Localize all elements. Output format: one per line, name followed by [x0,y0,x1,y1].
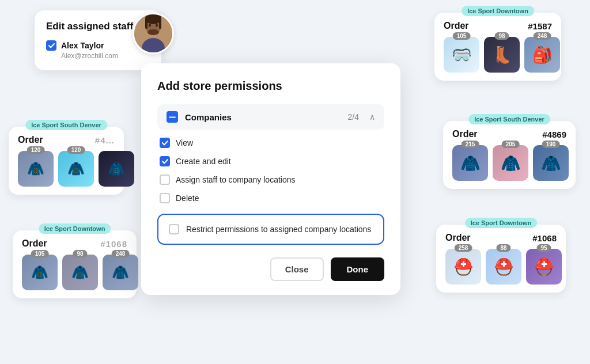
permission-assign-staff[interactable]: Assign staff to company locations [160,175,382,185]
order-header-2: Order #4869 [452,129,566,139]
minus-icon [167,111,178,123]
item-count: 215 [462,141,479,148]
item-count: 98 [494,32,509,40]
svg-point-6 [156,24,158,27]
order-header-1: Order #1587 [444,21,552,31]
order-item: 120 🧥 [18,151,54,187]
order-card-mid-left: Ice Sport South Denver Order #4... 120 🧥… [9,127,124,195]
done-button[interactable]: Done [331,257,385,281]
product-image: 🥽 [444,37,479,73]
order-title-5: Order [22,238,47,249]
order-title-4: Order [18,135,43,145]
companies-header[interactable]: Companies 2/4 ∧ [157,104,384,130]
order-item: 98 🧥 [62,255,98,290]
order-item: 248 🎒 [524,37,560,73]
badge-ice-sport-downtown-2: Ice Sport Downtown [465,218,538,228]
checkbox-create-edit[interactable] [160,156,170,166]
order-items-2: 215 🧥 205 🧥 190 🧥 [452,145,566,181]
svg-rect-9 [169,116,176,117]
order-number-2: #4869 [542,130,566,139]
chevron-up-icon: ∧ [369,112,375,122]
order-title-3: Order [445,233,471,243]
order-item: 98 👢 [484,37,520,73]
staff-name: Alex Taylor [61,41,104,50]
restrict-box[interactable]: Restrict permissions to assigned company… [157,214,384,245]
item-count: 98 [73,250,87,257]
order-item: 🧥 [99,151,134,187]
order-items-5: 105 🧥 98 🧥 248 🧥 [22,255,127,290]
item-count: 105 [453,32,471,40]
companies-label: Companies [185,112,341,122]
modal-buttons: Close Done [157,257,384,281]
badge-ice-sport-downtown-3: Ice Sport Downtown [39,223,111,234]
order-item: 258 ⛑️ [445,249,481,285]
product-image: ⛑️ [486,249,521,285]
svg-point-5 [149,24,151,27]
item-count: 88 [496,244,510,252]
checkbox-delete[interactable] [160,193,170,203]
permission-delete[interactable]: Delete [160,193,382,203]
staff-checkbox[interactable] [46,40,56,51]
companies-count: 2/4 [348,112,359,122]
checkbox-restrict[interactable] [169,224,179,234]
product-image: 🧥 [103,255,138,290]
item-count: 95 [536,244,551,252]
checkbox-view[interactable] [160,138,170,148]
close-button[interactable]: Close [270,257,324,281]
permission-view[interactable]: View [160,138,382,148]
staff-email: Alex@zrochill.com [61,52,150,60]
order-title-1: Order [444,21,469,31]
permission-list: View Create and edit Assign staff to com… [157,138,384,203]
product-image: 🧥 [22,255,58,290]
order-title-2: Order [452,129,478,139]
product-image: 🧥 [58,151,94,187]
order-header-4: Order #4... [18,135,115,145]
staff-member: Alex Taylor Alex@zrochill.com [46,40,150,60]
order-item: 205 🧥 [493,145,528,181]
avatar-image [134,14,172,52]
order-header-5: Order #1068 [22,238,127,249]
product-image: 🧥 [18,151,54,187]
permission-assign-staff-label: Assign staff to company locations [176,175,296,184]
order-item: 120 🧥 [58,151,94,187]
product-image: 🧥 [99,151,134,187]
svg-rect-4 [159,18,161,29]
item-count: 120 [67,146,85,154]
product-image: ⛑️ [526,249,562,285]
order-items-3: 258 ⛑️ 88 ⛑️ 95 ⛑️ [445,249,557,285]
order-card-bot-left: Ice Sport Downtown Order #1068 105 🧥 98 … [13,230,137,298]
svg-rect-3 [145,18,148,29]
order-number-4: #4... [95,135,115,145]
order-items-1: 105 🥽 98 👢 248 🎒 [444,37,552,73]
svg-point-7 [148,29,159,35]
order-number-1: #1587 [528,21,552,31]
product-image: 🧥 [493,145,528,181]
product-image: 🧥 [452,145,488,181]
order-item: 88 ⛑️ [486,249,521,285]
permission-create-edit[interactable]: Create and edit [160,156,382,166]
item-count: 190 [542,141,560,148]
item-count: 248 [112,250,130,257]
order-item: 248 🧥 [103,255,138,290]
svg-point-2 [145,13,161,24]
product-image: 🧥 [533,145,569,181]
checkbox-assign-staff[interactable] [160,175,170,185]
product-image: 🧥 [62,255,98,290]
permission-create-edit-label: Create and edit [176,157,231,166]
order-card-top-right: Ice Sport Downtown Order #1587 105 🥽 98 … [434,13,561,81]
restrict-label: Restrict permissions to assigned company… [186,225,371,234]
badge-ice-sport-south-denver-1: Ice Sport South Denver [468,114,550,124]
item-count: 248 [534,32,551,40]
badge-ice-sport-south-denver-2: Ice Sport South Denver [25,120,107,130]
order-item: 105 🧥 [22,255,58,290]
item-count: 205 [502,141,520,148]
item-count: 105 [31,250,49,257]
modal-title: Add store permissions [157,79,384,93]
order-number-5: #1068 [100,239,127,249]
product-image: 👢 [484,37,520,73]
product-image: ⛑️ [445,249,481,285]
badge-ice-sport-downtown-1: Ice Sport Downtown [462,6,534,16]
permission-view-label: View [176,138,193,147]
order-items-4: 120 🧥 120 🧥 🧥 [18,151,115,187]
order-item: 105 🥽 [444,37,479,73]
